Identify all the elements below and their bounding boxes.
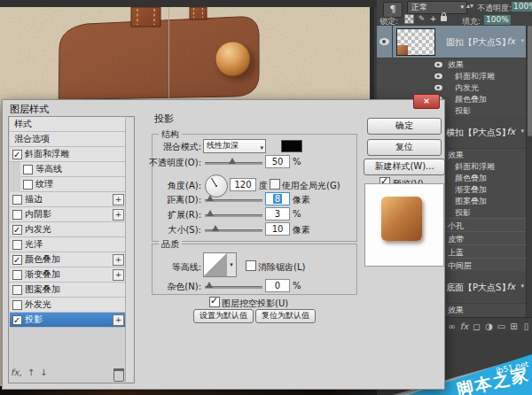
new-style-button[interactable]: 新建样式(W)... [364, 159, 445, 175]
fill-value[interactable]: 100% [484, 15, 511, 25]
chevron-down-icon[interactable]: ▾ [227, 252, 237, 277]
effects-header-row[interactable]: 效果 [377, 58, 526, 70]
opacity-input[interactable]: 50 [265, 155, 290, 168]
layer-thumbnail[interactable] [396, 28, 435, 56]
contour-picker[interactable] [203, 252, 228, 277]
scrollbar-thumb[interactable] [528, 26, 532, 136]
add-instance-icon[interactable]: + [113, 194, 124, 205]
section-title: 投影 [154, 112, 174, 126]
blend-mode-select[interactable]: 正常▾ [407, 1, 467, 14]
layer-row[interactable]: 圆扣【P大点S】fx▾ [377, 26, 526, 58]
style-item-checkbox[interactable] [23, 165, 33, 174]
effect-row[interactable]: 内发光 [377, 81, 526, 93]
lock-transparency-icon[interactable] [404, 14, 414, 24]
move-effect-up-button[interactable]: ↑ [27, 368, 35, 377]
style-item-checkbox[interactable] [12, 210, 22, 220]
link-layers-icon[interactable]: ∞ [446, 321, 458, 332]
style-item-checkbox[interactable] [12, 195, 22, 205]
style-item-checkbox[interactable] [12, 300, 22, 310]
adjustment-layer-icon[interactable]: ◑ [483, 321, 495, 332]
size-input[interactable]: 10 [265, 222, 290, 236]
style-item-checkbox[interactable] [12, 240, 22, 250]
global-light-checkbox[interactable] [270, 179, 280, 190]
spread-input[interactable]: 3 [265, 207, 290, 221]
style-list-item[interactable]: 描边+ [10, 192, 126, 207]
style-list-item[interactable]: 光泽 [10, 237, 126, 252]
move-effect-down-button[interactable]: ↓ [40, 368, 47, 377]
add-instance-icon[interactable]: + [113, 209, 124, 221]
collapse-effects-icon[interactable]: ▾ [520, 37, 524, 44]
slider-thumb[interactable] [229, 158, 236, 164]
distance-input[interactable]: 8 [265, 192, 290, 205]
style-item-checkbox[interactable] [12, 225, 22, 235]
shadow-blend-mode-select[interactable]: 线性加深▾ [203, 139, 266, 153]
opacity-value[interactable]: 100% [512, 2, 532, 12]
knockout-checkbox[interactable] [209, 297, 220, 307]
collapse-effects-icon[interactable]: ▾ [520, 128, 524, 135]
distance-slider[interactable] [205, 199, 262, 202]
style-list-item[interactable]: 外发光 [10, 298, 126, 313]
style-item-checkbox[interactable] [12, 150, 22, 159]
effect-row[interactable]: 斜面和浮雕 [377, 70, 526, 81]
blend-split-arrows-icon[interactable]: ▴▾ [466, 2, 473, 10]
set-default-button[interactable]: 设置为默认值 [193, 309, 254, 323]
layers-scrollbar[interactable] [526, 26, 532, 317]
lock-paint-icon[interactable]: ✎ [417, 14, 426, 24]
reset-default-button[interactable]: 复位为默认值 [255, 309, 316, 323]
style-item-label: 混合选项 [14, 132, 50, 146]
style-list-item[interactable]: 混合选项 [10, 132, 126, 147]
style-list-item[interactable]: 内阴影+ [10, 207, 126, 222]
add-instance-icon[interactable]: + [113, 314, 124, 326]
fx-badge[interactable]: fx [507, 282, 515, 291]
styles-scrollbar[interactable] [125, 118, 133, 382]
eye-icon[interactable] [434, 85, 442, 90]
slider-thumb[interactable] [207, 210, 214, 216]
spread-slider[interactable] [205, 214, 262, 217]
slider-thumb[interactable] [206, 282, 213, 288]
layer-effects-icon[interactable]: fx [458, 321, 470, 332]
fx-badge[interactable]: fx [507, 127, 515, 136]
new-layer-icon[interactable]: ⊞ [508, 321, 520, 332]
style-item-checkbox[interactable] [23, 180, 33, 190]
lock-all-icon[interactable] [441, 16, 447, 21]
opacity-slider[interactable] [205, 162, 262, 165]
add-instance-icon[interactable]: + [113, 269, 124, 281]
style-list-item[interactable]: 斜面和浮雕 [10, 147, 126, 162]
slider-thumb[interactable] [207, 195, 214, 201]
style-item-checkbox[interactable] [12, 255, 22, 265]
lock-move-icon[interactable]: + [428, 14, 438, 24]
style-list-item[interactable]: 内发光 [10, 222, 126, 237]
reset-button[interactable]: 复位 [367, 139, 442, 156]
noise-slider[interactable] [205, 286, 262, 289]
layer-group-icon[interactable]: ▭ [496, 321, 507, 332]
style-item-label: 投影 [25, 313, 43, 327]
style-list-item[interactable]: 颜色叠加+ [10, 252, 126, 267]
style-item-checkbox[interactable] [12, 285, 22, 295]
fx-badge[interactable]: fx [507, 36, 515, 46]
noise-input[interactable]: 0 [265, 279, 290, 292]
style-item-label: 纹理 [35, 177, 53, 191]
style-list-item[interactable]: 等高线 [20, 162, 126, 177]
style-list-item[interactable]: 渐变叠加+ [10, 267, 126, 283]
style-list-item[interactable]: 纹理 [20, 177, 126, 192]
angle-input[interactable]: 120 [230, 178, 256, 191]
style-list-item[interactable]: 样式 [10, 117, 126, 132]
slider-thumb[interactable] [212, 225, 219, 231]
layer-mask-icon[interactable]: ◻ [471, 321, 482, 332]
eye-icon[interactable] [434, 62, 442, 67]
style-item-checkbox[interactable] [12, 315, 22, 325]
shadow-color-swatch[interactable] [281, 140, 302, 152]
delete-layer-icon[interactable]: ▯ [520, 321, 532, 332]
style-item-checkbox[interactable] [12, 270, 22, 280]
collapse-effects-icon[interactable]: ▾ [520, 283, 524, 290]
delete-effect-icon[interactable] [113, 368, 124, 382]
size-slider[interactable] [205, 229, 262, 232]
style-list-item[interactable]: 图案叠加 [10, 283, 126, 298]
style-list-item[interactable]: 投影+ [10, 313, 126, 328]
visibility-toggle[interactable] [377, 26, 393, 58]
antialias-checkbox[interactable] [246, 260, 256, 271]
eye-icon[interactable] [434, 74, 442, 79]
add-instance-icon[interactable]: + [113, 254, 124, 266]
ok-button[interactable]: 确定 [367, 118, 442, 135]
close-button[interactable]: × [413, 94, 440, 109]
